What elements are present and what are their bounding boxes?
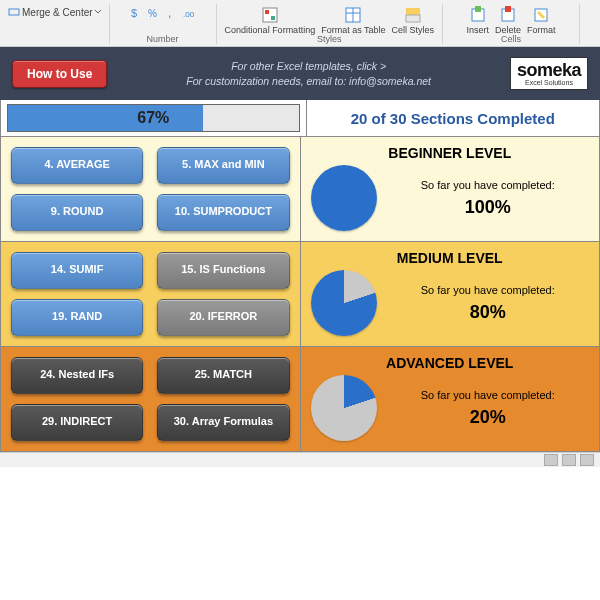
- function-button[interactable]: 25. MATCH: [157, 357, 289, 394]
- level-row-medium: 14. SUMIF15. IS Functions19. RAND20. IFE…: [0, 242, 600, 347]
- completed-label: So far you have completed:: [387, 284, 590, 296]
- ribbon-group-styles: Conditional Formatting Format as Table C…: [217, 4, 443, 44]
- progress-bar: 67%: [7, 104, 300, 132]
- view-normal-icon[interactable]: [544, 454, 558, 466]
- header-info-text: For other Excel templates, click > For c…: [121, 59, 496, 88]
- function-button[interactable]: 14. SUMIF: [11, 252, 143, 289]
- format-button[interactable]: Format: [527, 6, 556, 35]
- ribbon-group-label: Styles: [317, 34, 342, 44]
- completed-label: So far you have completed:: [387, 389, 590, 401]
- info-body: So far you have completed:20%: [311, 375, 590, 441]
- level-row-beginner: 4. AVERAGE5. MAX and MIN9. ROUND10. SUMP…: [0, 137, 600, 242]
- view-layout-icon[interactable]: [562, 454, 576, 466]
- progress-row: 67% 20 of 30 Sections Completed: [0, 100, 600, 137]
- function-button[interactable]: 5. MAX and MIN: [157, 147, 289, 184]
- cell-styles-icon: [404, 6, 422, 24]
- svg-text:$: $: [131, 7, 137, 19]
- how-to-use-button[interactable]: How to Use: [12, 60, 107, 88]
- delete-button[interactable]: Delete: [495, 6, 521, 35]
- function-button[interactable]: 15. IS Functions: [157, 252, 289, 289]
- format-icon: [532, 6, 550, 24]
- function-button[interactable]: 10. SUMPRODUCT: [157, 194, 289, 231]
- ribbon: Merge & Center $ % , .00 Number Conditio…: [0, 0, 600, 47]
- buttons-area: 4. AVERAGE5. MAX and MIN9. ROUND10. SUMP…: [1, 137, 301, 241]
- ribbon-group-label: Cells: [501, 34, 521, 44]
- info-area: ADVANCED LEVELSo far you have completed:…: [301, 347, 600, 451]
- svg-text:%: %: [148, 8, 157, 19]
- info-area: BEGINNER LEVELSo far you have completed:…: [301, 137, 600, 241]
- completed-text: So far you have completed:20%: [387, 389, 590, 428]
- levels-container: 4. AVERAGE5. MAX and MIN9. ROUND10. SUMP…: [0, 137, 600, 452]
- pie-chart: [311, 270, 377, 336]
- pie-chart: [311, 165, 377, 231]
- completed-percent: 80%: [387, 302, 590, 323]
- info-body: So far you have completed:80%: [311, 270, 590, 336]
- svg-rect-16: [505, 6, 511, 12]
- completed-text: So far you have completed:100%: [387, 179, 590, 218]
- delete-icon: [499, 6, 517, 24]
- function-button[interactable]: 30. Array Formulas: [157, 404, 289, 441]
- view-break-icon[interactable]: [580, 454, 594, 466]
- ribbon-group-cells: Insert Delete Format Cells: [443, 4, 580, 44]
- ribbon-group-label: Number: [147, 34, 179, 44]
- level-title: BEGINNER LEVEL: [311, 145, 590, 161]
- decimal-icon[interactable]: .00: [183, 6, 197, 20]
- status-bar: [0, 452, 600, 467]
- ribbon-group-alignment: Merge & Center: [0, 4, 110, 44]
- table-icon: [344, 6, 362, 24]
- conditional-formatting-button[interactable]: Conditional Formatting: [225, 6, 316, 35]
- comma-icon[interactable]: ,: [165, 6, 179, 20]
- svg-rect-14: [475, 6, 481, 12]
- currency-icon[interactable]: $: [129, 6, 143, 20]
- level-title: ADVANCED LEVEL: [311, 355, 590, 371]
- merge-icon: [8, 6, 20, 18]
- conditional-icon: [261, 6, 279, 24]
- percent-icon[interactable]: %: [147, 6, 161, 20]
- buttons-area: 24. Nested IFs25. MATCH29. INDIRECT30. A…: [1, 347, 301, 451]
- level-title: MEDIUM LEVEL: [311, 250, 590, 266]
- cell-styles-button[interactable]: Cell Styles: [392, 6, 435, 35]
- completed-label: So far you have completed:: [387, 179, 590, 191]
- function-button[interactable]: 4. AVERAGE: [11, 147, 143, 184]
- ribbon-group-number: $ % , .00 Number: [110, 4, 217, 44]
- info-body: So far you have completed:100%: [311, 165, 590, 231]
- insert-button[interactable]: Insert: [467, 6, 490, 35]
- svg-rect-6: [265, 10, 269, 14]
- completed-text: So far you have completed:80%: [387, 284, 590, 323]
- logo: someka Excel Solutions: [510, 57, 588, 90]
- progress-cell: 67%: [1, 100, 307, 136]
- svg-rect-7: [271, 16, 275, 20]
- level-row-advanced: 24. Nested IFs25. MATCH29. INDIRECT30. A…: [0, 347, 600, 452]
- completed-percent: 20%: [387, 407, 590, 428]
- merge-center-button[interactable]: Merge & Center: [8, 6, 101, 18]
- format-as-table-button[interactable]: Format as Table: [321, 6, 385, 35]
- info-area: MEDIUM LEVELSo far you have completed:80…: [301, 242, 600, 346]
- progress-percent: 67%: [137, 109, 169, 127]
- chevron-down-icon: [95, 9, 101, 15]
- svg-text:,: ,: [168, 6, 171, 20]
- function-button[interactable]: 20. IFERROR: [157, 299, 289, 336]
- progress-fill: [8, 105, 203, 131]
- function-button[interactable]: 29. INDIRECT: [11, 404, 143, 441]
- header-bar: How to Use For other Excel templates, cl…: [0, 47, 600, 100]
- function-button[interactable]: 9. ROUND: [11, 194, 143, 231]
- completed-percent: 100%: [387, 197, 590, 218]
- svg-text:.00: .00: [183, 10, 195, 19]
- svg-rect-0: [9, 9, 19, 15]
- buttons-area: 14. SUMIF15. IS Functions19. RAND20. IFE…: [1, 242, 301, 346]
- svg-rect-12: [406, 15, 420, 22]
- function-button[interactable]: 24. Nested IFs: [11, 357, 143, 394]
- pie-chart: [311, 375, 377, 441]
- insert-icon: [469, 6, 487, 24]
- progress-summary: 20 of 30 Sections Completed: [307, 100, 600, 136]
- svg-rect-11: [406, 8, 420, 15]
- function-button[interactable]: 19. RAND: [11, 299, 143, 336]
